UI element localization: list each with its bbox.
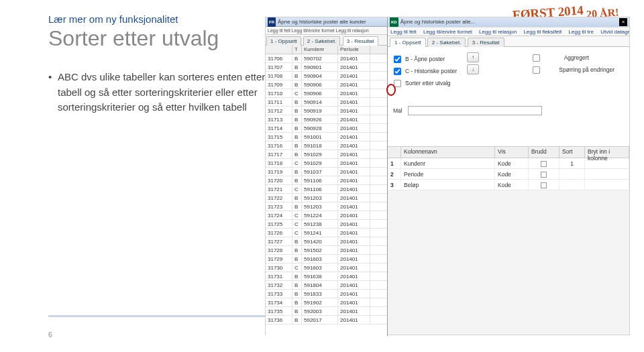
table-cell: 590914 (302, 98, 338, 106)
table-row[interactable]: 31732B591804201401 (266, 281, 387, 290)
table-cell: 201401 (338, 298, 370, 306)
table-cell: 591902 (302, 298, 338, 306)
table-cell: 31731 (266, 272, 292, 280)
table-cell: 31724 (266, 211, 292, 219)
col-head-brudd: Brudd (529, 147, 559, 158)
check-aggregert[interactable] (533, 54, 540, 62)
tab2-oppsett[interactable]: 1 - Oppsett (390, 38, 426, 48)
tool-leggtilfleksifelt[interactable]: Legg til fleksifelt (523, 29, 561, 35)
table-cell: B (292, 72, 302, 80)
table-cell: 201401 (338, 115, 370, 123)
table-row[interactable]: 31728B591502201401 (266, 246, 387, 255)
grid-body[interactable]: 31706B59070220140131707B5909012014013170… (266, 54, 387, 325)
table-cell: 201401 (338, 54, 370, 62)
table-row[interactable]: 31706B590702201401 (266, 54, 387, 63)
table-row[interactable]: 31736B592017201401 (266, 316, 387, 325)
table-cell: B (292, 307, 302, 315)
table-cell: 31733 (266, 290, 292, 298)
table-cell: B (292, 255, 302, 263)
move-up-button[interactable]: ↑ (467, 52, 479, 62)
tab-resultat[interactable]: 3 - Resultat (343, 36, 378, 46)
tool-leggtilfelt[interactable]: Legg til felt (390, 29, 417, 35)
table-cell: 31736 (266, 316, 292, 324)
settings-tabs: 1 - Oppsett 2 - Søkebet. 3 - Resultat (388, 36, 629, 47)
table-cell: 31707 (266, 63, 292, 71)
table-row[interactable]: 31710C590906201401 (266, 89, 387, 98)
tab2-sokebet[interactable]: 2 - Søkebet. (427, 38, 466, 48)
mal-field[interactable] (408, 106, 542, 115)
data-window-title: Åpne og historiske poster alle kunder (278, 17, 366, 27)
table-cell: 201401 (338, 194, 370, 202)
table-row[interactable]: 31712B590919201401 (266, 107, 387, 115)
columns-row[interactable]: 3BeløpKode (388, 180, 629, 190)
data-window-tabs: 1 - Oppsett 2 - Søkebet. 3 - Resultat (266, 35, 387, 46)
grid-head-t: T (292, 46, 302, 54)
settings-body: B - Åpne poster C - Historiske poster So… (388, 47, 629, 154)
table-cell: B (292, 246, 302, 254)
table-cell: C (292, 185, 302, 193)
check-historiske[interactable] (394, 67, 401, 74)
table-row[interactable]: 31725C591238201401 (266, 220, 387, 229)
table-row[interactable]: 31711B590914201401 (266, 98, 387, 107)
tab-sokebet[interactable]: 2 - Søkebet. (303, 36, 341, 46)
table-row[interactable]: 31723B591203201401 (266, 202, 387, 211)
table-row[interactable]: 31726C591241201401 (266, 229, 387, 237)
table-row[interactable]: 31730C591603201401 (266, 263, 387, 272)
table-cell: 591638 (302, 272, 338, 280)
table-cell: 201401 (338, 63, 370, 71)
table-cell: 590904 (302, 72, 338, 80)
table-row[interactable]: 31734B591902201401 (266, 298, 387, 307)
data-window-toolbar[interactable]: Legg til felt Legg til/endre formel Legg… (266, 27, 387, 35)
close-icon[interactable]: × (619, 18, 627, 26)
table-row[interactable]: 31707B590901201401 (266, 63, 387, 72)
table-row[interactable]: 31708B590904201401 (266, 72, 387, 80)
tab-oppsett[interactable]: 1 - Oppsett (266, 36, 301, 46)
table-row[interactable]: 31718C591029201401 (266, 159, 387, 168)
table-row[interactable]: 31733B591833201401 (266, 290, 387, 298)
tool-leggtilformel[interactable]: Legg til/endre formel (423, 29, 472, 35)
table-row[interactable]: 31720B591106201401 (266, 176, 387, 185)
table-row[interactable]: 31716B591018201401 (266, 141, 387, 150)
table-row[interactable]: 31724C591224201401 (266, 211, 387, 220)
table-cell: 31717 (266, 150, 292, 158)
tab2-resultat[interactable]: 3 - Resultat (468, 38, 504, 48)
table-row[interactable]: 31731B591638201401 (266, 272, 387, 281)
table-cell: 31725 (266, 220, 292, 228)
table-cell: 591833 (302, 290, 338, 298)
columns-row[interactable]: 1KundenrKode1 (388, 158, 629, 169)
table-row[interactable]: 31735B592003201401 (266, 307, 387, 316)
table-cell: 201401 (338, 159, 370, 167)
data-window: FR Åpne og historiske poster alle kunder… (266, 17, 388, 336)
columns-row[interactable]: 2PeriodeKode (388, 169, 629, 180)
table-row[interactable]: 31727B591420201401 (266, 237, 387, 246)
table-cell: 201401 (338, 98, 370, 106)
table-row[interactable]: 31709B590906201401 (266, 80, 387, 89)
table-row[interactable]: 31714B590928201401 (266, 124, 387, 133)
tool-leggtiltre[interactable]: Legg til tre (569, 29, 594, 35)
columns-header: Kolonnenavn Vis Brudd Sort Bryt inn i ko… (388, 147, 629, 158)
columns-body[interactable]: 1KundenrKode12PeriodeKode3BeløpKode (388, 158, 629, 190)
check-sporring[interactable] (533, 66, 540, 74)
table-cell: B (292, 290, 302, 298)
table-cell: 590906 (302, 89, 338, 97)
move-down-button[interactable]: ↓ (467, 64, 479, 74)
table-cell: 591603 (302, 263, 338, 272)
tool-utvid[interactable]: Utvid datagrunnl (600, 29, 629, 35)
table-cell: 591502 (302, 246, 338, 254)
table-row[interactable]: 31719B591037201401 (266, 168, 387, 176)
fr-badge-icon: FR (268, 17, 276, 27)
col-head-kolonnenavn: Kolonnenavn (401, 147, 495, 158)
check-apne[interactable] (394, 55, 401, 62)
table-row[interactable]: 31721C591106201401 (266, 185, 387, 194)
tool-leggtilrelasjon[interactable]: Legg til relasjon (479, 29, 517, 35)
table-row[interactable]: 31717B591029201401 (266, 150, 387, 159)
table-row[interactable]: 31715B591001201401 (266, 133, 387, 141)
table-cell: B (292, 298, 302, 306)
table-row[interactable]: 31713B590926201401 (266, 115, 387, 124)
table-row[interactable]: 31722B591203201401 (266, 194, 387, 202)
mal-row: Mal (393, 106, 542, 115)
table-cell: 201401 (338, 72, 370, 80)
check-sorter[interactable] (394, 79, 401, 86)
settings-toolbar: Legg til felt Legg til/endre formel Legg… (388, 27, 629, 36)
table-row[interactable]: 31729B591603201401 (266, 255, 387, 263)
